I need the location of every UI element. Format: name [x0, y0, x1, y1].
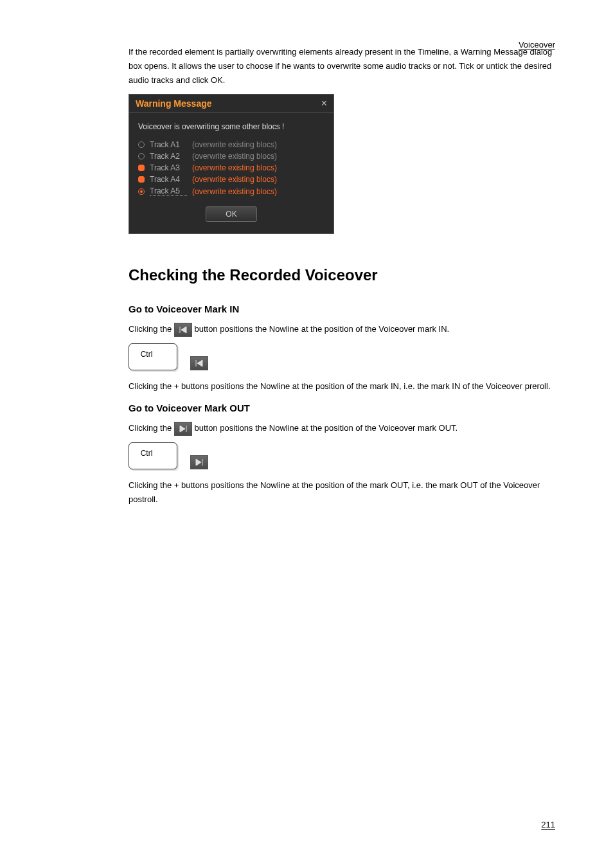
section-heading: Checking the Recorded Voiceover — [129, 266, 555, 284]
text: buttons positions the Nowline at the pos… — [181, 381, 550, 391]
mark-out-line1: Clicking the button positions the Nowlin… — [129, 421, 555, 436]
track-row[interactable]: Track A3 (overwrite existing blocs) — [138, 163, 324, 172]
track-note: (overwrite existing blocs) — [192, 163, 277, 172]
intro-paragraph: If the recorded element is partially ove… — [129, 45, 555, 87]
track-row[interactable]: Track A5 (overwrite existing blocs) — [138, 186, 324, 196]
track-note: (overwrite existing blocs) — [192, 140, 277, 149]
mark-in-line2: Clicking the + buttons positions the Now… — [129, 379, 555, 393]
text: + — [174, 480, 179, 490]
text: buttons positions the Nowline at the pos… — [129, 480, 540, 504]
dialog-message: Voiceover is overwriting some other bloc… — [138, 122, 324, 131]
subheading-mark-out: Go to Voiceover Mark OUT — [129, 402, 555, 413]
dialog-body: Voiceover is overwriting some other bloc… — [129, 113, 333, 233]
track-label: Track A3 — [150, 163, 187, 172]
text: Clicking the — [129, 480, 172, 490]
header-section-label: Voiceover — [519, 40, 555, 50]
text: Clicking the — [129, 381, 172, 391]
track-label: Track A2 — [150, 152, 187, 161]
radio-icon[interactable] — [138, 153, 145, 159]
warning-dialog: Warning Message × Voiceover is overwriti… — [129, 94, 334, 234]
subheading-mark-in: Go to Voiceover Mark IN — [129, 303, 555, 314]
track-label: Track A4 — [150, 175, 187, 184]
mark-out-line2: Clicking the + buttons positions the Now… — [129, 478, 555, 507]
skip-forward-icon[interactable] — [190, 455, 208, 469]
radio-selected-icon[interactable] — [138, 188, 145, 195]
text: Clicking the — [129, 324, 172, 334]
checkbox-icon[interactable] — [138, 176, 145, 183]
ctrl-key-icon: Ctrl — [129, 442, 177, 469]
track-note: (overwrite existing blocs) — [192, 187, 277, 196]
page-number: 211 — [541, 820, 555, 829]
text: button positions the Nowline at the posi… — [194, 423, 458, 433]
ok-button[interactable]: OK — [206, 206, 257, 222]
track-row[interactable]: Track A1 (overwrite existing blocs) — [138, 140, 324, 149]
checkbox-icon[interactable] — [138, 165, 145, 171]
mark-in-combo: Ctrl — [129, 343, 555, 370]
track-label: Track A1 — [150, 140, 187, 149]
close-icon[interactable]: × — [321, 98, 327, 109]
track-note: (overwrite existing blocs) — [192, 175, 277, 184]
mark-out-combo: Ctrl — [129, 442, 555, 469]
track-row[interactable]: Track A4 (overwrite existing blocs) — [138, 175, 324, 184]
track-row[interactable]: Track A2 (overwrite existing blocs) — [138, 152, 324, 161]
track-label: Track A5 — [150, 186, 187, 196]
dialog-titlebar: Warning Message × — [129, 95, 333, 113]
skip-back-icon[interactable] — [190, 356, 208, 370]
ctrl-key-icon: Ctrl — [129, 343, 177, 370]
mark-in-line1: Clicking the button positions the Nowlin… — [129, 322, 555, 337]
skip-forward-icon[interactable] — [174, 422, 192, 436]
text: Clicking the — [129, 423, 172, 433]
text: + — [174, 381, 179, 391]
dialog-title: Warning Message — [136, 98, 212, 109]
text: button positions the Nowline at the posi… — [194, 324, 449, 334]
radio-icon[interactable] — [138, 141, 145, 148]
track-note: (overwrite existing blocs) — [192, 152, 277, 161]
skip-back-icon[interactable] — [174, 323, 192, 337]
